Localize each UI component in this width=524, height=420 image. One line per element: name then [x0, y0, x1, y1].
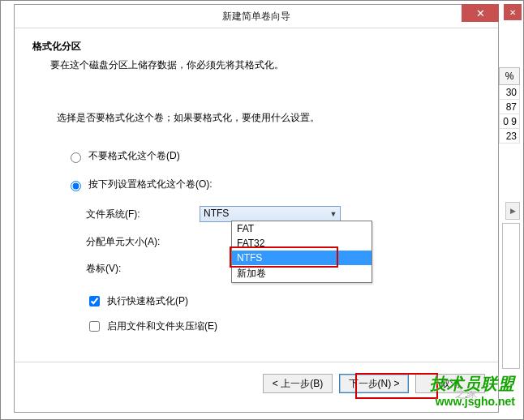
filesystem-select[interactable]: NTFS ▼ — [200, 206, 341, 222]
instruction-text: 选择是否要格式化这个卷；如果要格式化，要使用什么设置。 — [57, 111, 480, 125]
compression-check[interactable]: 启用文件和文件夹压缩(E) — [86, 319, 480, 334]
alloc-size-label: 分配单元大小(A): — [86, 235, 200, 249]
close-button[interactable]: ✕ — [462, 4, 499, 22]
radio-do-format-label: 按下列设置格式化这个卷(O): — [88, 178, 213, 191]
side-table-cell: 23 — [499, 129, 520, 144]
radio-do-format[interactable]: 按下列设置格式化这个卷(O): — [67, 178, 480, 191]
window-title: 新建简单卷向导 — [15, 10, 498, 24]
side-table-header: % — [499, 67, 520, 85]
dropdown-item-fat[interactable]: FAT — [232, 221, 372, 236]
wizard-dialog: 新建简单卷向导 ✕ 格式化分区 要在这个磁盘分区上储存数据，你必须先将其格式化。… — [14, 4, 499, 413]
dropdown-item-ntfs[interactable]: NTFS — [232, 251, 372, 265]
side-table-cell: 30 — [499, 85, 520, 100]
quick-format-check[interactable]: 执行快速格式化(P) — [86, 294, 480, 309]
side-table-cell: 0 9 — [499, 114, 520, 129]
side-table-cell: 87 — [499, 100, 520, 114]
right-list-edge — [502, 223, 520, 369]
radio-no-format[interactable]: 不要格式化这个卷(D) — [67, 149, 480, 163]
quick-format-label: 执行快速格式化(P) — [107, 294, 188, 308]
back-window-close[interactable]: ✕ — [504, 4, 522, 20]
next-button[interactable]: 下一步(N) > — [339, 374, 409, 393]
dropdown-item-newvol[interactable]: 新加卷 — [232, 265, 372, 282]
separator — [15, 362, 498, 362]
volume-label-label: 卷标(V): — [86, 262, 200, 276]
side-table: % 30 87 0 9 23 — [499, 67, 520, 144]
compression-label: 启用文件和文件夹压缩(E) — [107, 319, 217, 333]
radio-no-format-input[interactable] — [71, 152, 81, 163]
filesystem-value: NTFS — [204, 208, 229, 219]
filesystem-label: 文件系统(F): — [86, 208, 200, 221]
filesystem-dropdown-list: FAT FAT32 NTFS 新加卷 — [231, 221, 372, 283]
content: 格式化分区 要在这个磁盘分区上储存数据，你必须先将其格式化。 选择是否要格式化这… — [15, 28, 498, 334]
quick-format-input[interactable] — [89, 296, 100, 306]
right-scroll-arrow-icon[interactable]: ▶ — [505, 202, 520, 220]
page-heading: 格式化分区 — [32, 40, 480, 54]
radio-do-format-input[interactable] — [71, 181, 81, 191]
page-subtext: 要在这个磁盘分区上储存数据，你必须先将其格式化。 — [50, 58, 480, 72]
chevron-down-icon: ▼ — [327, 207, 340, 221]
compression-input[interactable] — [89, 321, 100, 332]
radio-no-format-label: 不要格式化这个卷(D) — [88, 149, 180, 163]
button-row: < 上一步(B) 下一步(N) > 取消 — [15, 374, 498, 393]
dropdown-item-fat32[interactable]: FAT32 — [232, 236, 372, 251]
cancel-button[interactable]: 取消 — [415, 374, 485, 393]
back-button[interactable]: < 上一步(B) — [263, 374, 333, 393]
close-icon: ✕ — [476, 7, 485, 19]
titlebar: 新建简单卷向导 ✕ — [15, 5, 498, 28]
